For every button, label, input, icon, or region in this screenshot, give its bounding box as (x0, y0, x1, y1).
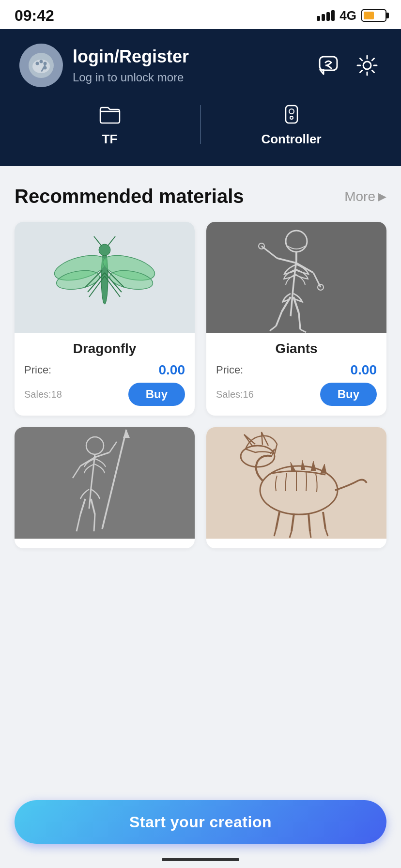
svg-line-53 (94, 514, 95, 531)
status-right: 4G (317, 8, 386, 23)
giants-price-value: 0.00 (351, 362, 377, 378)
svg-point-10 (289, 109, 294, 114)
product-card-giants: Giants Price: 0.00 Sales:16 Buy (206, 222, 386, 416)
dragonfly-buy-button[interactable]: Buy (128, 383, 185, 406)
signal-icon (317, 10, 335, 21)
giants-illustration (206, 222, 386, 333)
section-title: Recommended materials (15, 186, 244, 207)
svg-line-62 (310, 531, 311, 538)
main-content: Recommended materials More ▶ (0, 166, 401, 747)
user-name[interactable]: login/Register (73, 46, 189, 67)
settings-button[interactable] (353, 51, 382, 80)
start-creation-button[interactable]: Start your creation (15, 800, 386, 844)
svg-point-8 (363, 62, 371, 69)
product-image-skeleton-warrior (15, 427, 195, 539)
svg-point-3 (40, 60, 43, 63)
tf-label: TF (102, 132, 118, 147)
giants-sales: Sales:16 (216, 389, 254, 400)
controller-icon (279, 102, 304, 127)
user-subtitle: Log in to unlock more (73, 71, 189, 84)
dragonfly-info: Dragonfly Price: 0.00 (15, 333, 195, 378)
cta-label: Start your creation (129, 813, 272, 831)
header-icons (314, 51, 382, 80)
tf-button[interactable]: TF (19, 102, 200, 147)
home-indicator (162, 858, 239, 861)
status-time: 09:42 (15, 7, 54, 25)
svg-point-14 (99, 244, 110, 256)
svg-rect-7 (320, 57, 337, 70)
product-image-dragonfly (15, 222, 195, 333)
battery-fill (364, 12, 374, 19)
settings-icon (355, 53, 380, 78)
products-grid: Dragonfly Price: 0.00 Sales:18 Buy (15, 222, 386, 548)
network-label: 4G (339, 8, 356, 23)
giants-price-label: Price: (216, 364, 243, 376)
chat-button[interactable] (314, 51, 343, 80)
product-card-skeleton-warrior (15, 427, 195, 548)
more-button[interactable]: More ▶ (344, 189, 386, 204)
svg-point-11 (290, 116, 293, 119)
product-card-triceratops (206, 427, 386, 548)
product-image-triceratops (206, 427, 386, 539)
dragonfly-name: Dragonfly (24, 341, 185, 356)
product-image-giants (206, 222, 386, 333)
giants-bottom: Sales:16 Buy (206, 383, 386, 406)
section-header: Recommended materials More ▶ (15, 186, 386, 207)
avatar[interactable] (19, 44, 63, 87)
dragonfly-sales: Sales:18 (24, 389, 62, 400)
palette-icon (27, 51, 56, 80)
giants-buy-button[interactable]: Buy (320, 383, 377, 406)
dragonfly-price-value: 0.00 (159, 362, 185, 378)
svg-rect-27 (224, 222, 369, 333)
giants-name: Giants (216, 341, 377, 356)
triceratops-illustration (206, 427, 386, 539)
header-top: login/Register Log in to unlock more (19, 44, 382, 87)
status-bar: 09:42 4G (0, 0, 401, 29)
svg-point-4 (44, 62, 47, 65)
more-label: More (344, 189, 375, 204)
skeleton-warrior-illustration (15, 427, 195, 539)
header-actions: TF Controller (19, 102, 382, 147)
giants-info: Giants Price: 0.00 (206, 333, 386, 378)
svg-point-2 (36, 62, 39, 65)
header: login/Register Log in to unlock more (0, 29, 401, 166)
dragonfly-bottom: Sales:18 Buy (15, 383, 195, 406)
dragonfly-price-row: Price: 0.00 (24, 362, 185, 378)
giants-price-row: Price: 0.00 (216, 362, 377, 378)
controller-label: Controller (261, 132, 321, 147)
controller-button[interactable]: Controller (201, 102, 382, 147)
chat-icon (316, 53, 341, 78)
dragonfly-price-label: Price: (24, 364, 51, 376)
battery-icon (361, 9, 386, 22)
user-info-section: login/Register Log in to unlock more (19, 44, 189, 87)
dragonfly-illustration (15, 222, 195, 333)
more-arrow-icon: ▶ (378, 190, 386, 203)
folder-icon (97, 102, 123, 127)
user-info: login/Register Log in to unlock more (73, 46, 189, 84)
product-card-dragonfly: Dragonfly Price: 0.00 Sales:18 Buy (15, 222, 195, 416)
